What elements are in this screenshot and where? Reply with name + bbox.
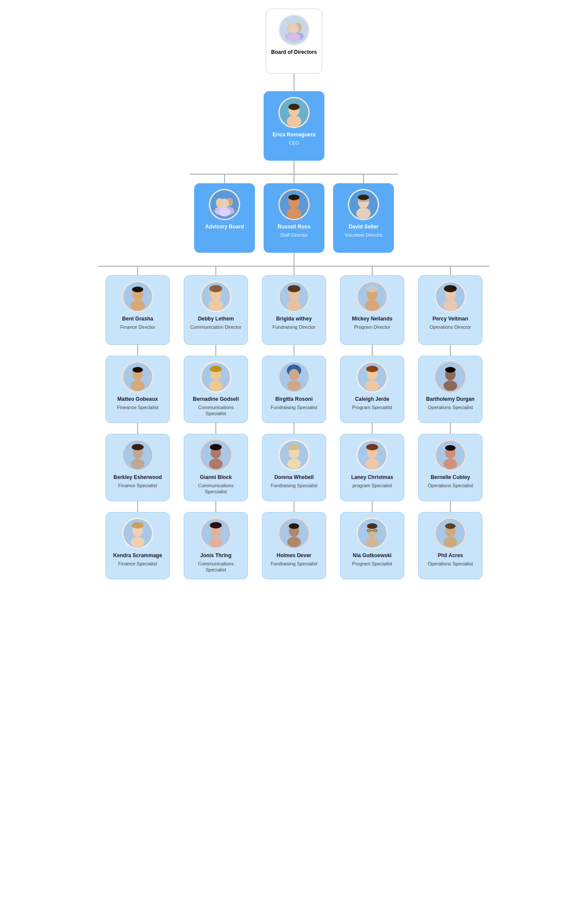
svg-point-110 — [445, 523, 456, 529]
phil-title: Operations Specialist — [428, 561, 473, 567]
svg-rect-26 — [359, 200, 368, 202]
berkley-name: Berkley Esherwood — [113, 474, 162, 481]
svg-point-66 — [210, 444, 222, 450]
bartholemy-title: Operations Specialist — [428, 404, 473, 410]
svg-point-69 — [209, 537, 222, 547]
node-holmes[interactable]: Holmes Dever Fundraising Specialist — [262, 512, 326, 579]
node-bent[interactable]: Bent Grasha Finance Director — [106, 275, 170, 345]
david-name: David Seller — [349, 224, 379, 231]
node-berkley[interactable]: Berkley Esherwood Finance Specialist — [106, 434, 170, 501]
col-advisory: Advisory Board — [190, 183, 259, 253]
bartholemy-name: Bartholemy Durgan — [426, 396, 474, 403]
percy-name: Percy Veltman — [433, 316, 468, 323]
svg-point-29 — [131, 300, 145, 311]
debby-name: Debby Lethem — [198, 316, 234, 323]
nia-title: Program Specialist — [352, 561, 392, 567]
mickey-title: Program Director — [354, 324, 390, 330]
board-name: Board of Directors — [271, 49, 317, 56]
svg-point-41 — [365, 300, 380, 311]
svg-point-61 — [209, 380, 222, 391]
svg-point-42 — [366, 286, 378, 292]
laney-title: program Specialist — [352, 482, 392, 489]
node-dorena[interactable]: Dorena Whebell Fundraising Specialist — [262, 434, 326, 501]
ceo-name: Erica Romaguera — [273, 132, 316, 139]
svg-point-53 — [131, 459, 144, 469]
node-phil[interactable]: Phil Acres Operations Specialist — [418, 512, 482, 579]
node-bernadine[interactable]: Bernadine Godsell Communications Special… — [184, 356, 248, 423]
svg-point-9 — [287, 116, 301, 127]
nia-name: Nia Gutkoewski — [353, 552, 391, 559]
node-ceo[interactable]: Erica Romaguera CEO — [264, 91, 324, 161]
laney-name: Laney Christmas — [351, 474, 393, 481]
svg-point-73 — [287, 380, 301, 391]
node-david[interactable]: David Seller Volunteer Director — [333, 183, 394, 253]
svg-point-21 — [288, 195, 300, 200]
svg-point-45 — [443, 300, 458, 311]
svg-point-46 — [444, 285, 456, 292]
dorena-title: Fundraising Specialist — [271, 482, 317, 489]
brigida-title: Fundraising Director — [272, 324, 315, 330]
jonis-title: Communications Specialist — [188, 561, 243, 573]
node-birgitta[interactable]: Birgitta Rosoni Fundraising Specialist — [262, 356, 326, 423]
col-david: David Seller Volunteer Director — [329, 183, 398, 253]
debby-title: Communication Director — [190, 324, 241, 330]
node-russell[interactable]: Russell Ross Staff Director — [264, 183, 324, 253]
russell-name: Russell Ross — [277, 224, 310, 231]
svg-point-90 — [365, 459, 379, 469]
caleigh-title: Program Specialist — [352, 404, 392, 410]
col-russell: Russell Ross Staff Director — [259, 183, 329, 253]
node-mickey[interactable]: Mickey Neilands Program Director — [340, 275, 404, 345]
birgitta-name: Birgitta Rosoni — [275, 396, 313, 403]
svg-point-91 — [366, 444, 378, 450]
node-debby[interactable]: Debby Lethem Communication Director — [184, 275, 248, 345]
svg-point-82 — [287, 537, 301, 547]
russell-title: Staff Director — [280, 232, 308, 238]
svg-point-58 — [132, 522, 144, 528]
node-bernelle[interactable]: Bernelle Cubley Operations Specialist — [418, 434, 482, 501]
svg-point-17 — [218, 208, 231, 216]
birgitta-title: Fundraising Specialist — [271, 404, 317, 410]
connector-ceo-down — [294, 161, 294, 174]
svg-point-24 — [357, 208, 371, 219]
node-laney[interactable]: Laney Christmas program Specialist — [340, 434, 404, 501]
svg-point-95 — [367, 523, 377, 529]
svg-point-38 — [287, 285, 300, 292]
svg-point-57 — [131, 537, 144, 547]
svg-point-62 — [210, 366, 222, 372]
svg-point-83 — [289, 523, 299, 529]
node-nia[interactable]: Nia Gutkoewski Program Specialist — [340, 512, 404, 579]
svg-point-105 — [443, 459, 457, 469]
kendra-name: Kendra Scrammage — [113, 552, 162, 559]
node-kendra[interactable]: Kendra Scrammage Finance Specialist — [106, 512, 170, 579]
kendra-title: Finance Specialist — [118, 561, 157, 567]
caleigh-name: Caleigh Jerde — [355, 396, 390, 403]
gianni-name: Gianni Block — [200, 474, 231, 481]
node-jonis[interactable]: Jonis Thring Communications Specialist — [184, 512, 248, 579]
jonis-name: Jonis Thring — [200, 552, 231, 559]
svg-point-106 — [445, 445, 456, 451]
phil-name: Phil Acres — [438, 552, 463, 559]
svg-point-87 — [366, 366, 378, 372]
svg-point-101 — [443, 380, 457, 391]
node-percy[interactable]: Percy Veltman Operations Director — [418, 275, 482, 345]
svg-point-49 — [131, 380, 144, 391]
svg-point-10 — [288, 104, 300, 110]
node-board[interactable]: Board of Directors — [266, 9, 322, 74]
node-advisory[interactable]: Advisory Board — [194, 183, 255, 253]
svg-point-50 — [132, 367, 143, 373]
svg-point-30 — [132, 287, 143, 292]
node-gianni[interactable]: Gianni Block Communications Spercialist — [184, 434, 248, 501]
org-chart: Board of Directors Erica Romaguera CEO — [0, 0, 588, 588]
node-caleigh[interactable]: Caleigh Jerde Program Specialist — [340, 356, 404, 423]
svg-point-37 — [287, 300, 301, 311]
svg-point-25 — [358, 195, 369, 200]
brigida-name: Brigida withey — [276, 316, 312, 323]
dorena-name: Dorena Whebell — [274, 474, 314, 481]
node-matteo[interactable]: Matteo Gobeaux Fineance Specialist — [106, 356, 170, 423]
node-brigida[interactable]: Brigida withey Fundraising Director — [262, 275, 326, 345]
mickey-name: Mickey Neilands — [352, 316, 392, 323]
david-title: Volunteer Director — [344, 232, 383, 238]
ceo-title: CEO — [289, 140, 299, 146]
node-bartholemy[interactable]: Bartholemy Durgan Operations Specialist — [418, 356, 482, 423]
gianni-title: Communications Spercialist — [188, 482, 243, 495]
